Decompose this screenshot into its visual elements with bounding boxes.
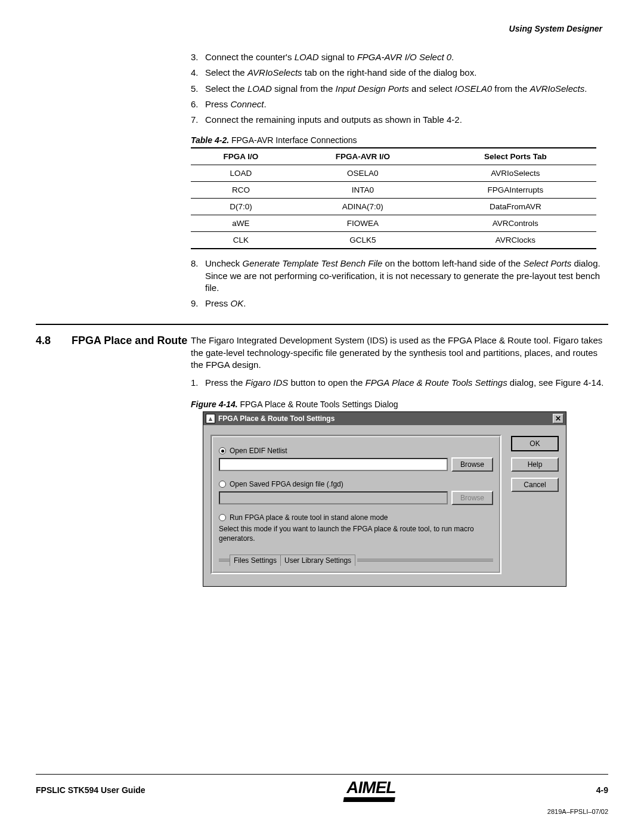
th-fpgaavrio: FPGA-AVR I/O	[291, 148, 435, 165]
page-footer: FPSLIC STK594 User Guide AIMEL 4-9 2819A…	[36, 774, 608, 815]
app-icon: ▲	[206, 414, 215, 423]
help-button[interactable]: Help	[511, 457, 559, 472]
table-row: aWEFIOWEAAVRControls	[191, 215, 596, 232]
step-7: 7. Connect the remaining inputs and outp…	[191, 114, 608, 126]
cancel-button[interactable]: Cancel	[511, 478, 559, 492]
footer-guide-title: FPSLIC STK594 User Guide	[36, 785, 145, 795]
options-panel: Open EDIF Netlist Browse Open Saved FPGA…	[210, 435, 501, 574]
standalone-description: Select this mode if you want to launch t…	[219, 524, 493, 543]
radio-icon[interactable]	[219, 481, 226, 488]
dialog-screenshot: ▲ FPGA Place & Route Tool Settings ✕ Ope…	[203, 411, 566, 586]
page-number: 4-9	[596, 785, 608, 795]
radio-standalone[interactable]: Run FPGA place & route tool in stand alo…	[219, 513, 493, 522]
step-3: 3. Connect the counter's LOAD signal to …	[191, 51, 608, 63]
steps-top: 3. Connect the counter's LOAD signal to …	[191, 51, 608, 126]
radio-open-edif[interactable]: Open EDIF Netlist	[219, 447, 493, 455]
browse-edif-button[interactable]: Browse	[451, 457, 493, 472]
section-number: 4.8	[36, 335, 72, 392]
browse-fgd-button: Browse	[451, 491, 493, 505]
section-title: FPGA Place and Route	[72, 335, 187, 392]
running-header: Using System Designer	[36, 24, 608, 33]
table-row: D(7:0)ADINA(7:0)DataFromAVR	[191, 199, 596, 215]
steps-mid: 8. Uncheck Generate Template Test Bench …	[191, 258, 608, 309]
table-row: LOADOSELA0AVRIoSelects	[191, 165, 596, 182]
table-row: CLKGCLK5AVRClocks	[191, 232, 596, 249]
ok-button[interactable]: OK	[511, 436, 559, 451]
section-4-8: 4.8 FPGA Place and Route The Figaro Inte…	[36, 324, 608, 392]
atmel-logo: AIMEL	[343, 778, 398, 802]
step-9: 9. Press OK.	[191, 298, 608, 309]
th-selectports: Select Ports Tab	[435, 148, 596, 165]
section-step-1: 1. Press the Figaro IDS button to open t…	[191, 377, 608, 389]
step-5: 5. Select the LOAD signal from the Input…	[191, 83, 608, 95]
tab-files-settings[interactable]: Files Settings	[230, 555, 281, 566]
edif-path-input[interactable]	[219, 458, 448, 471]
step-8: 8. Uncheck Generate Template Test Bench …	[191, 258, 608, 294]
fgd-path-input	[219, 491, 448, 504]
dialog-titlebar[interactable]: ▲ FPGA Place & Route Tool Settings ✕	[203, 412, 566, 425]
tab-user-library-settings[interactable]: User Library Settings	[280, 555, 355, 566]
radio-icon[interactable]	[219, 514, 226, 521]
step-4: 4. Select the AVRIoSelects tab on the ri…	[191, 67, 608, 79]
step-6: 6. Press Connect.	[191, 98, 608, 110]
th-fpgaio: FPGA I/O	[191, 148, 291, 165]
close-icon[interactable]: ✕	[553, 414, 564, 423]
document-id: 2819A–FPSLI–07/02	[36, 808, 608, 815]
connections-table: FPGA I/O FPGA-AVR I/O Select Ports Tab L…	[191, 147, 596, 249]
radio-icon[interactable]	[219, 447, 226, 454]
table-caption: Table 4-2. FPGA-AVR Interface Connection…	[191, 135, 608, 145]
section-intro: The Figaro Integrated Development System…	[191, 335, 608, 371]
radio-open-fgd[interactable]: Open Saved FPGA design file (.fgd)	[219, 480, 493, 488]
figure-caption: Figure 4-14. FPGA Place & Route Tools Se…	[191, 400, 608, 409]
table-row: RCOINTA0FPGAInterrupts	[191, 182, 596, 199]
dialog-title: FPGA Place & Route Tool Settings	[218, 414, 335, 423]
